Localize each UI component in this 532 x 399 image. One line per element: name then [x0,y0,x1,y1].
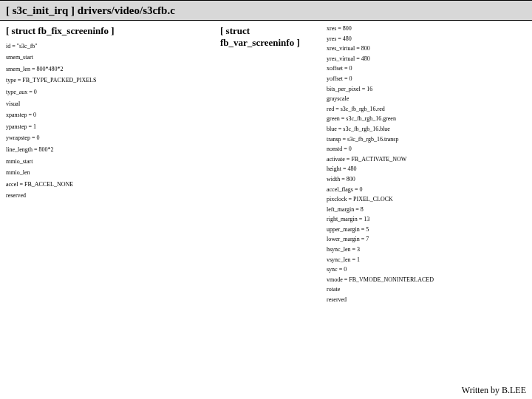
var-item: red = s3c_fb_rgb_16.red [327,106,434,113]
var-item: height = 480 [327,166,434,173]
var-item: upper_margin = 5 [327,226,434,233]
fix-list: id = "s3c_fb" smem_start smem_len = 800*… [6,43,213,200]
var-item: yres_virtual = 480 [327,55,434,63]
var-item: yoffset = 0 [327,75,434,83]
content-columns: [ struct fb_fix_screeninfo ] id = "s3c_f… [0,21,532,307]
var-item: right_margin = 13 [327,216,434,223]
right-column: [ struct fb_var_screeninfo ] xres = 800 … [220,25,526,307]
fix-item: visual [6,100,213,108]
var-item: xres_virtual = 800 [327,45,434,52]
var-item: blue = s3c_fb_rgb_16.blue [327,126,434,133]
var-item: pixclock = PIXEL_CLOCK [327,196,434,203]
var-screeninfo-title: [ struct fb_var_screeninfo ] [220,25,324,301]
fix-item: reserved [6,192,213,200]
fix-item: type = FB_TYPE_PACKED_PIXELS [6,77,213,84]
var-item: hsync_len = 3 [327,246,434,253]
fix-item: smem_len = 800*480*2 [6,66,213,73]
var-item: rotate [327,286,434,293]
fix-item: smem_start [6,54,213,61]
var-item: nonstd = 0 [327,146,434,153]
fix-item: mmio_len [6,169,213,177]
var-item: accel_flags = 0 [327,186,434,194]
var-item: left_margin = 8 [327,206,434,214]
fix-item: type_aux = 0 [6,89,213,96]
footer-credit: Written by B.LEE [462,385,526,396]
var-item: bits_per_pixel = 16 [327,86,434,93]
var-item: xres = 800 [327,25,434,33]
fix-item: accel = FB_ACCEL_NONE [6,181,213,188]
fix-item: line_length = 800*2 [6,146,213,154]
var-list: xres = 800 yres = 480 xres_virtual = 800… [327,25,434,307]
var-item: lower_margin = 7 [327,236,434,243]
fix-item: ywrapstep = 0 [6,134,213,142]
fix-item: mmio_start [6,158,213,166]
var-item: sync = 0 [327,266,434,273]
fix-item: id = "s3c_fb" [6,43,213,50]
var-item: xoffset = 0 [327,65,434,72]
var-item: grayscale [327,95,434,103]
fix-screeninfo-title: [ struct fb_fix_screeninfo ] [6,25,213,37]
fix-item: ypanstep = 1 [6,123,213,131]
var-item: activate = FB_ACTIVATE_NOW [327,156,434,163]
var-item: reserved [327,296,434,304]
var-item: width = 800 [327,176,434,183]
fix-item: xpanstep = 0 [6,112,213,119]
var-item: vsync_len = 1 [327,256,434,264]
page-header: [ s3c_init_irq ] drivers/video/s3cfb.c [0,0,532,21]
var-item: vmode = FB_VMODE_NONINTERLACED [327,276,434,284]
var-item: yres = 480 [327,35,434,43]
left-column: [ struct fb_fix_screeninfo ] id = "s3c_f… [6,25,220,307]
var-item: green = s3c_fb_rgb_16.green [327,115,434,123]
var-item: transp = s3c_fb_rgb_16.transp [327,136,434,143]
